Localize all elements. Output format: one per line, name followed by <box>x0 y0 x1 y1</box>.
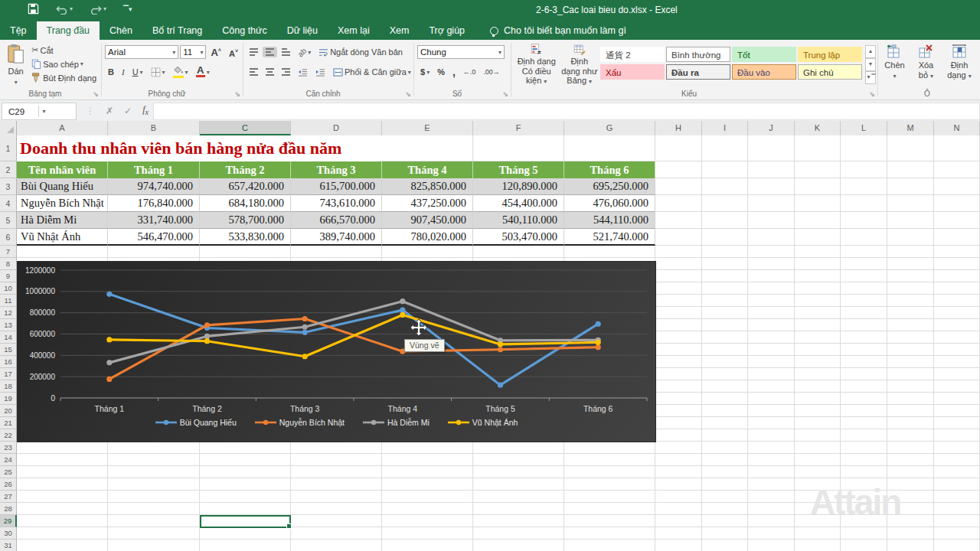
row-header-4[interactable]: 4 <box>0 195 17 212</box>
row-header-25[interactable]: 25 <box>0 466 17 478</box>
table-header-cell[interactable]: Tháng 3 <box>291 161 382 178</box>
row-header-18[interactable]: 18 <box>0 380 17 393</box>
align-center-button[interactable] <box>263 67 277 77</box>
font-name-select[interactable]: Arial▾ <box>105 45 178 59</box>
fill-color-button[interactable]: ▾ <box>170 64 191 80</box>
selected-cell-C29[interactable] <box>200 515 291 528</box>
row-header-15[interactable]: 15 <box>0 344 17 356</box>
revenue-value-cell[interactable]: 657,420.000 <box>200 178 291 195</box>
row-header-30[interactable]: 30 <box>0 527 17 540</box>
column-header-C[interactable]: C <box>200 121 291 135</box>
revenue-value-cell[interactable]: 578,700.000 <box>200 212 291 229</box>
revenue-value-cell[interactable]: 533,830.000 <box>200 229 291 246</box>
row-header-29[interactable]: 29 <box>0 515 17 527</box>
row-header-6[interactable]: 6 <box>0 229 17 246</box>
ribbon-tab[interactable]: Bố trí Trang <box>142 21 212 40</box>
increase-indent-button[interactable] <box>312 67 328 78</box>
formula-input[interactable] <box>153 103 980 120</box>
row-header-26[interactable]: 26 <box>0 478 17 491</box>
legend-item[interactable]: Vũ Nhật Ánh <box>448 418 518 427</box>
legend-item[interactable]: Bùi Quang Hiếu <box>155 418 237 427</box>
ribbon-tab[interactable]: Chèn <box>100 21 142 40</box>
row-header-5[interactable]: 5 <box>0 212 17 229</box>
revenue-value-cell[interactable]: 544,110.000 <box>564 212 655 229</box>
employee-name-cell[interactable]: Hà Diễm Mi <box>17 212 108 229</box>
column-header-J[interactable]: J <box>748 121 795 135</box>
column-header-A[interactable]: A <box>17 121 108 135</box>
column-header-B[interactable]: B <box>108 121 200 135</box>
column-header-D[interactable]: D <box>291 121 382 135</box>
revenue-value-cell[interactable]: 176,840.000 <box>108 195 200 212</box>
row-header-10[interactable]: 10 <box>0 282 17 295</box>
merge-center-button[interactable]: Phối & Căn giữa▾ <box>330 66 414 78</box>
row-header-20[interactable]: 20 <box>0 405 17 417</box>
table-header-cell[interactable]: Tháng 2 <box>200 161 291 178</box>
cell-style-chip[interactable]: Bình thường <box>666 47 730 62</box>
alignment-dialog-launcher[interactable]: ⇘ <box>405 90 411 98</box>
format-painter-button[interactable]: Bút Định dạng <box>28 71 100 84</box>
number-dialog-launcher[interactable]: ⇘ <box>502 90 508 98</box>
conditional-formatting-button[interactable]: ≠ Định dạng Có điều kiện ▾ <box>514 42 558 87</box>
gallery-down-icon[interactable]: ▼ <box>865 58 876 71</box>
column-header-K[interactable]: K <box>795 121 841 135</box>
legend-item[interactable]: Hà Diễm Mi <box>363 418 430 427</box>
borders-button[interactable]: ▾ <box>148 66 168 79</box>
table-header-cell[interactable]: Tháng 6 <box>564 161 655 178</box>
employee-name-cell[interactable]: Bùi Quang Hiếu <box>17 178 108 195</box>
sheet-title-cell[interactable]: Doanh thu nhân viên bán hàng nửa đầu năm <box>17 135 382 161</box>
row-header-14[interactable]: 14 <box>0 331 17 344</box>
cell-style-chip[interactable]: Đầu vào <box>732 64 796 80</box>
revenue-value-cell[interactable]: 695,250.000 <box>564 178 655 195</box>
ribbon-tab[interactable]: Tệp <box>0 21 37 40</box>
comma-style-button[interactable]: , <box>449 64 459 80</box>
gallery-scrollbar[interactable]: ▲ ▼ ▼▔ <box>865 45 876 84</box>
revenue-value-cell[interactable]: 743,610.000 <box>291 195 382 212</box>
revenue-value-cell[interactable]: 521,740.000 <box>564 229 655 246</box>
revenue-value-cell[interactable]: 974,740.000 <box>108 178 200 195</box>
bold-button[interactable]: B <box>105 66 117 78</box>
row-header-9[interactable]: 9 <box>0 270 17 282</box>
font-dialog-launcher[interactable]: ⇘ <box>234 90 240 98</box>
sheet-grid[interactable]: 1234567891011121314151617181920212223242… <box>0 135 980 551</box>
revenue-value-cell[interactable]: 389,740.000 <box>291 229 382 246</box>
row-header-11[interactable]: 11 <box>0 295 17 307</box>
customize-qat-button[interactable]: ▔▾ <box>123 5 132 13</box>
revenue-value-cell[interactable]: 615,700.000 <box>291 178 382 195</box>
decrease-decimal-button[interactable]: .00→ <box>480 67 503 77</box>
revenue-value-cell[interactable]: 825,850.000 <box>382 178 473 195</box>
row-header-1[interactable]: 1 <box>0 135 17 161</box>
percent-style-button[interactable]: % <box>434 66 448 78</box>
table-header-cell[interactable]: Tháng 4 <box>382 161 473 178</box>
cancel-icon[interactable]: ✗ <box>106 106 113 116</box>
cell-style-chip[interactable]: Đầu ra <box>666 64 730 80</box>
accounting-format-button[interactable]: $▾ <box>417 66 433 78</box>
column-header-E[interactable]: E <box>382 121 473 135</box>
employee-name-cell[interactable]: Nguyễn Bích Nhật <box>17 195 108 212</box>
column-header-H[interactable]: H <box>655 121 702 135</box>
row-header-2[interactable]: 2 <box>0 161 17 178</box>
revenue-value-cell[interactable]: 666,570.000 <box>291 212 382 229</box>
redo-button[interactable]: ▾ <box>90 4 106 15</box>
revenue-value-cell[interactable]: 907,450.000 <box>382 212 473 229</box>
delete-cells-button[interactable]: Xóa bỏ ▾ <box>913 42 939 87</box>
wrap-text-button[interactable]: Ngắt dòng Văn bản <box>315 46 406 58</box>
ribbon-tab[interactable]: Công thức <box>212 21 276 40</box>
ribbon-tab[interactable]: Xem lại <box>328 21 380 40</box>
enter-icon[interactable]: ✓ <box>124 106 132 116</box>
save-button[interactable] <box>28 3 39 15</box>
tell-me-box[interactable]: Cho tôi biết bạn muốn làm gì <box>482 21 634 40</box>
column-header-M[interactable]: M <box>887 121 934 135</box>
name-box-splitter[interactable]: ⋮ <box>86 106 95 116</box>
table-header-cell[interactable]: Tháng 5 <box>473 161 564 178</box>
row-header-17[interactable]: 17 <box>0 368 17 380</box>
styles-dialog-launcher[interactable]: ⇘ <box>869 90 875 98</box>
revenue-value-cell[interactable]: 476,060.000 <box>564 195 655 212</box>
table-header-cell[interactable]: Tên nhân viên <box>17 161 108 178</box>
gallery-up-icon[interactable]: ▲ <box>865 45 876 58</box>
align-middle-button[interactable] <box>263 47 277 57</box>
ribbon-tab[interactable]: Trang đầu <box>37 21 100 40</box>
name-box[interactable]: C29▾ <box>2 103 77 120</box>
column-header-G[interactable]: G <box>564 121 655 135</box>
revenue-value-cell[interactable]: 437,250.000 <box>382 195 473 212</box>
row-header-28[interactable]: 28 <box>0 503 17 515</box>
